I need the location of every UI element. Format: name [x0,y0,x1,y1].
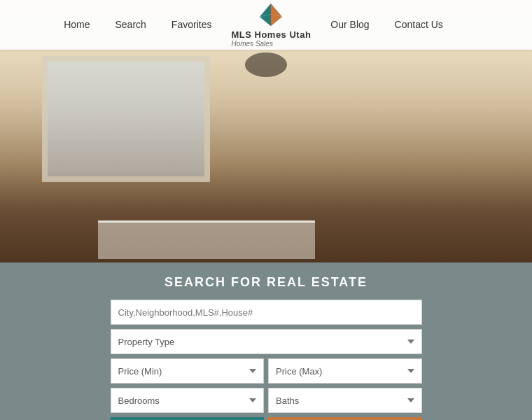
search-title: SEARCH FOR REAL ESTATE [164,275,368,290]
nav-mortgages[interactable]: Our Blog [318,19,382,30]
price-min-select[interactable]: Price (Min) [111,358,265,384]
logo-name: MLS Homes Utah Homes Sales [231,30,311,48]
nav-blog[interactable]: Contact Us [382,19,456,30]
nav-home[interactable]: Home [51,19,102,30]
nav-search[interactable]: Search [103,19,159,30]
baths-select[interactable]: Baths [268,388,422,413]
bedrooms-select[interactable]: Bedrooms [111,388,265,413]
property-type-select[interactable]: Property Type [111,329,422,354]
price-max-select[interactable]: Price (Max) [268,358,422,384]
price-row: Price (Min) Price (Max) [111,358,422,384]
property-type-row: Property Type [111,329,422,354]
button-row: Search Map [111,417,422,420]
beds-baths-row: Bedrooms Baths [111,388,422,413]
logo[interactable]: MLS Homes Utah Homes Sales [231,2,311,48]
logo-icon [252,2,290,30]
map-button[interactable]: Map [268,417,422,420]
search-form: Property Type Price (Min) Price (Max) Be… [111,300,422,420]
address-row [111,300,422,325]
address-input[interactable] [111,300,422,325]
nav-favorites[interactable]: Favorites [159,19,225,30]
search-section: SEARCH FOR REAL ESTATE Property Type Pri… [0,262,532,420]
search-button[interactable]: Search [111,417,265,420]
header: Home Search Favorites MLS Homes Utah Hom… [0,0,532,50]
nav: Home Search Favorites MLS Homes Utah Hom… [51,2,481,48]
